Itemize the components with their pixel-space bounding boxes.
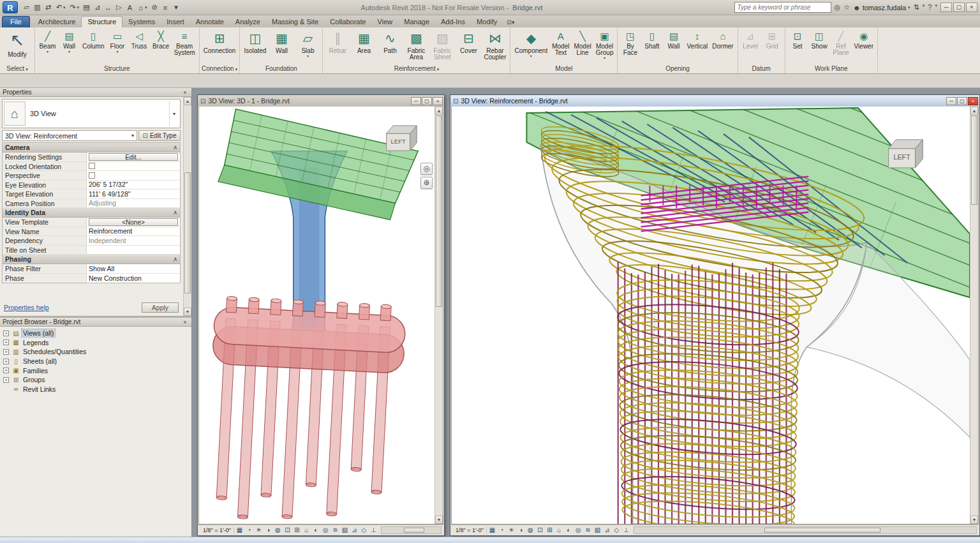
properties-scrollbar[interactable]: ▲ ▼ xyxy=(183,97,191,316)
show-analytical-model-icon[interactable]: ⊿ xyxy=(603,526,611,534)
expand-icon[interactable]: + xyxy=(3,359,9,364)
shaft-button[interactable]: ▯Shaft xyxy=(641,29,662,51)
window-restore-button[interactable]: ▢ xyxy=(957,97,967,105)
property-value[interactable] xyxy=(87,162,180,171)
scroll-up-icon[interactable]: ▲ xyxy=(184,97,191,105)
scroll-down-icon[interactable]: ▼ xyxy=(184,308,191,316)
fabric-area-button[interactable]: ▩Fabric Area xyxy=(403,29,429,62)
type-selector[interactable]: ⌂ 3D View ▾ xyxy=(2,99,181,128)
truss-button[interactable]: ◁Truss xyxy=(128,29,149,51)
window-close-button[interactable]: × xyxy=(433,97,443,105)
right-view-canvas[interactable]: LEFT ▲ ▼ xyxy=(451,107,979,524)
default-3d-view-icon[interactable]: ⌂▾ xyxy=(135,2,149,13)
model-line-button[interactable]: ╲Model Line xyxy=(572,29,593,57)
vertical-button[interactable]: ↕Vertical xyxy=(685,29,709,51)
browser-item-sheets-all[interactable]: +▯Sheets (all) xyxy=(0,357,191,366)
shadows-icon[interactable]: ◑ xyxy=(264,526,272,534)
section-icon[interactable]: ⊘ xyxy=(149,2,160,13)
tab-systems[interactable]: Systems xyxy=(122,17,161,27)
rebar-coupler-button[interactable]: ⋈Rebar Coupler xyxy=(482,29,508,62)
window-minimize-button[interactable]: ─ xyxy=(946,97,956,105)
save-icon[interactable]: ▥ xyxy=(32,2,43,13)
wall-button[interactable]: ▤Wall xyxy=(663,29,684,51)
view-window-reinforcement[interactable]: ⊡ 3D View: Reinforcement - Bridge.rvt ─ … xyxy=(450,94,980,536)
area-button[interactable]: ▦Area xyxy=(351,29,376,56)
tab-annotate[interactable]: Annotate xyxy=(190,17,230,27)
zoom-icon[interactable]: ⊕ xyxy=(420,177,433,189)
shadows-icon[interactable]: ◑ xyxy=(517,526,525,534)
window-minimize-button[interactable]: ─ xyxy=(411,97,421,105)
scroll-up-icon[interactable]: ▲ xyxy=(435,107,443,115)
tab-manage[interactable]: Manage xyxy=(398,17,435,27)
scale-label[interactable]: 1/8" = 1'-0" xyxy=(453,527,487,533)
viewcube[interactable]: LEFT xyxy=(387,126,417,151)
floor-button[interactable]: ▭Floor▾ xyxy=(107,29,128,55)
show-rendering-dialog-icon[interactable]: ◍ xyxy=(274,526,282,534)
unlocked-3d-view-icon[interactable]: ⌂ xyxy=(555,526,563,534)
edit-type-button[interactable]: ⊡ Edit Type xyxy=(138,130,181,141)
property-value[interactable]: Reinforcement xyxy=(87,227,180,236)
expand-icon[interactable]: + xyxy=(3,349,9,355)
temporary-hide-isolate-icon[interactable]: ◐ xyxy=(312,526,320,534)
tab-modify[interactable]: Modify xyxy=(471,17,503,27)
project-browser-header[interactable]: Project Browser - Bridge.rvt × xyxy=(0,318,191,327)
detail-level-icon[interactable]: ▦ xyxy=(488,526,496,534)
browser-item-legends[interactable]: +▦Legends xyxy=(0,338,191,348)
crop-view-icon[interactable]: ⊡ xyxy=(536,526,544,534)
scroll-up-icon[interactable]: ▲ xyxy=(970,107,978,115)
properties-header[interactable]: Properties × xyxy=(0,88,191,97)
expand-icon[interactable]: + xyxy=(3,339,9,345)
vertical-scrollbar[interactable]: ▲ ▼ xyxy=(970,107,978,524)
show-crop-region-icon[interactable]: ⊞ xyxy=(546,526,554,534)
show-crop-region-icon[interactable]: ⊞ xyxy=(293,526,301,534)
crop-view-icon[interactable]: ⊡ xyxy=(283,526,292,534)
tab-view[interactable]: View xyxy=(372,17,399,27)
undo-icon[interactable]: ↶▾ xyxy=(54,2,68,13)
reveal-constraints-icon[interactable]: ⊥ xyxy=(622,526,630,534)
show-analytical-model-icon[interactable]: ⊿ xyxy=(350,526,359,534)
visual-style-icon[interactable]: ◔ xyxy=(498,526,506,534)
locked-orientation-checkbox[interactable] xyxy=(89,163,95,169)
view-window-3d-1[interactable]: ⊡ 3D View: 3D - 1 - Bridge.rvt ─ ▢ × LEF… xyxy=(197,94,445,536)
properties-help-link[interactable]: Properties help xyxy=(4,304,49,311)
reveal-hidden-elements-icon[interactable]: ◎ xyxy=(322,526,330,534)
tab-add-ins[interactable]: Add-Ins xyxy=(435,17,471,27)
close-button[interactable]: × xyxy=(966,3,977,12)
text-icon[interactable]: A xyxy=(124,2,135,13)
highlight-displacement-sets-icon[interactable]: ◇ xyxy=(612,526,621,534)
cover-button[interactable]: ⊟Cover xyxy=(456,29,481,56)
browser-item-revit-links[interactable]: ∞Revit Links xyxy=(0,385,191,394)
beam-button[interactable]: ╱Beam▾ xyxy=(37,29,58,55)
viewer-button[interactable]: ◉Viewer xyxy=(852,29,875,51)
sync-icon[interactable]: ⇄ xyxy=(43,2,54,13)
vertical-scrollbar[interactable]: ▲ ▼ xyxy=(434,107,443,524)
isolated-button[interactable]: ◫Isolated xyxy=(242,29,268,56)
steering-wheel-icon[interactable]: ◎ xyxy=(420,163,433,175)
sun-path-icon[interactable]: ☀ xyxy=(255,526,263,534)
measure-icon[interactable]: ⊿ xyxy=(92,2,103,13)
tab-file[interactable]: File xyxy=(2,16,30,27)
expand-icon[interactable]: + xyxy=(3,377,9,383)
panel-label-reinforcement[interactable]: Reinforcement▾ xyxy=(325,65,508,73)
reveal-hidden-elements-icon[interactable]: ◎ xyxy=(574,526,583,534)
perspective-checkbox[interactable] xyxy=(89,172,95,179)
tab-analyze[interactable]: Analyze xyxy=(230,17,266,27)
property-value[interactable]: 111' 6 49/128" xyxy=(87,190,180,198)
wall-button[interactable]: ▦Wall xyxy=(269,29,294,56)
view-instance-combo[interactable]: 3D View: Reinforcement ▾ xyxy=(2,130,137,141)
reveal-constraints-icon[interactable]: ⊥ xyxy=(369,526,378,534)
modify-button[interactable]: ↖Modify xyxy=(2,29,33,59)
beam-system-button[interactable]: ≡Beam System xyxy=(172,29,197,57)
property-value[interactable] xyxy=(87,171,180,180)
property-value[interactable]: 206' 5 17/32" xyxy=(87,181,180,190)
temporary-view-properties-icon[interactable]: ▧ xyxy=(593,526,602,534)
application-menu-button[interactable]: R xyxy=(3,1,18,13)
window-close-button[interactable]: × xyxy=(968,97,978,105)
thin-lines-icon[interactable]: ≡ xyxy=(160,2,171,13)
worksharing-display-icon[interactable]: ≋ xyxy=(584,526,592,534)
highlight-displacement-sets-icon[interactable]: ◇ xyxy=(360,526,368,534)
browser-item-groups[interactable]: +⊞Groups xyxy=(0,375,191,385)
apply-button[interactable]: Apply xyxy=(142,302,179,313)
model-text-button[interactable]: AModel Text xyxy=(550,29,571,57)
window-restore-button[interactable]: ▢ xyxy=(422,97,432,105)
